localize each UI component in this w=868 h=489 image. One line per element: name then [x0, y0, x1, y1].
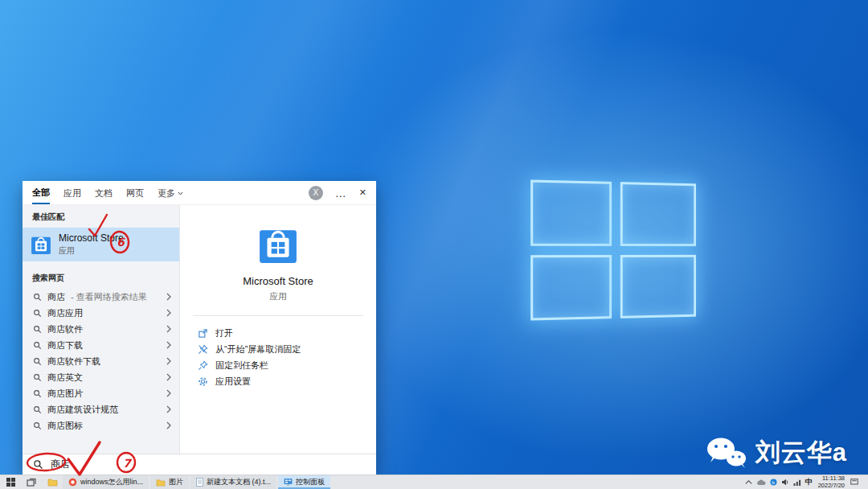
best-match-label: 最佳匹配 [23, 205, 179, 228]
open-icon [198, 328, 208, 339]
taskbar-app-textfile[interactable]: 新建文本文档 (4).t... [190, 475, 276, 489]
wechat-logo-icon [706, 436, 747, 470]
search-icon [33, 389, 42, 398]
taskbar-app-windows-doc[interactable]: windows怎么用lin... [63, 475, 149, 489]
task-view-button[interactable] [21, 475, 42, 489]
web-search-item[interactable]: 商店图片 [23, 385, 179, 401]
web-search-text: 商店应用 [47, 307, 83, 319]
onedrive-cloud-icon[interactable] [756, 479, 766, 486]
preview-pane: Microsoft Store 应用 打开 从“开始”屏幕取消固定 [180, 205, 376, 454]
web-search-text: 商店下载 [47, 339, 83, 351]
chevron-right-icon[interactable] [166, 325, 171, 333]
search-query-text: 商店 [51, 458, 70, 471]
chevron-right-icon[interactable] [166, 341, 171, 349]
more-options-button[interactable]: … [335, 187, 347, 199]
watermark: 刘云华a [706, 436, 847, 470]
taskbar-app-control-panel[interactable]: 控制面板 [278, 475, 330, 489]
web-search-item[interactable]: 商店英文 [23, 369, 179, 385]
web-search-text: 商店图标 [47, 420, 83, 432]
web-search-item[interactable]: 商店软件下载 [23, 353, 179, 369]
chevron-right-icon[interactable] [166, 421, 171, 429]
web-search-text: 商店软件下载 [47, 355, 100, 368]
preview-title: Microsoft Store [243, 275, 313, 287]
unpin-from-start-action[interactable]: 从“开始”屏幕取消固定 [198, 341, 358, 357]
app-settings-action[interactable]: 应用设置 [198, 373, 358, 389]
search-icon [33, 373, 42, 382]
search-header: 全部 应用 文档 网页 更多 X … ✕ [23, 181, 376, 205]
hidden-icons-chevron-icon[interactable] [745, 479, 752, 485]
taskbar-app-pictures[interactable]: 图片 [150, 475, 189, 489]
control-panel-icon [284, 478, 293, 487]
tab-documents[interactable]: 文档 [95, 181, 113, 204]
web-search-item[interactable]: 商店建筑设计规范 [23, 401, 179, 417]
unpin-icon [198, 344, 208, 355]
chevron-right-icon[interactable] [166, 357, 171, 365]
web-search-text: 商店建筑设计规范 [47, 404, 118, 416]
tab-more[interactable]: 更多 [158, 181, 183, 204]
web-search-text: 商店英文 [47, 372, 83, 384]
input-language-indicator[interactable]: 中 [805, 477, 813, 487]
start-button[interactable] [0, 475, 21, 489]
search-body: 最佳匹配 Microsoft Store 应用 [23, 205, 376, 454]
web-search-suffix: - 查看网络搜索结果 [71, 291, 147, 303]
search-header-buttons: X … ✕ [309, 186, 366, 200]
tab-apps[interactable]: 应用 [63, 181, 81, 204]
web-search-text: 商店 [47, 291, 65, 303]
web-search-text: 商店软件 [47, 323, 83, 335]
windows-logo [530, 180, 696, 321]
tab-web[interactable]: 网页 [126, 181, 144, 204]
file-explorer-button[interactable] [42, 475, 63, 489]
search-input[interactable]: 商店 [23, 454, 376, 475]
preview-actions: 打开 从“开始”屏幕取消固定 固定到任务栏 [180, 325, 376, 389]
clock-date: 2022/7/20 [818, 483, 845, 489]
microsoft-store-icon-large [258, 224, 298, 265]
search-icon [33, 293, 42, 302]
chevron-right-icon[interactable] [166, 373, 171, 381]
notepad-icon [196, 478, 203, 487]
search-web-section: 搜索网页 商店 - 查看网络搜索结果 [23, 266, 179, 434]
web-search-item[interactable]: 商店下载 [23, 337, 179, 353]
app-icon [68, 478, 77, 487]
microsoft-store-icon [31, 234, 51, 255]
taskbar: windows怎么用lin... 图片 新建文本文档 (4).t... 控制面板… [0, 475, 868, 489]
watermark-name: 刘云华a [755, 436, 847, 470]
web-search-item[interactable]: 商店应用 [23, 305, 179, 321]
chevron-right-icon[interactable] [166, 389, 171, 397]
web-search-item[interactable]: 商店图标 [23, 417, 179, 434]
open-action[interactable]: 打开 [198, 325, 358, 341]
folder-icon [156, 479, 166, 487]
gear-icon [198, 376, 208, 387]
web-search-item[interactable]: 商店 - 查看网络搜索结果 [23, 289, 179, 305]
network-icon[interactable] [793, 479, 801, 486]
search-icon [33, 325, 42, 334]
search-icon [33, 341, 42, 350]
preview-subtitle: 应用 [270, 291, 287, 302]
bluetooth-icon[interactable]: b [770, 479, 777, 486]
windows-logo-pane [620, 182, 696, 246]
preview-divider [193, 315, 363, 316]
action-center-icon[interactable] [850, 479, 858, 486]
best-match-item[interactable]: Microsoft Store 应用 [23, 228, 179, 261]
windows-logo-pane [620, 254, 696, 318]
system-tray: b 中 11:11:38 2022/7/20 [743, 475, 868, 489]
tab-all[interactable]: 全部 [32, 181, 50, 204]
web-search-item[interactable]: 商店软件 [23, 321, 179, 337]
chevron-right-icon[interactable] [166, 293, 171, 301]
chevron-down-icon [178, 191, 183, 195]
close-search-button[interactable]: ✕ [359, 187, 366, 198]
chevron-right-icon[interactable] [166, 309, 171, 317]
desktop: { "search_panel": { "tabs": { "all": "全部… [0, 0, 868, 489]
clear-search-button[interactable]: X [309, 186, 323, 200]
search-icon [33, 421, 42, 430]
pin-icon [198, 360, 208, 371]
taskbar-clock[interactable]: 11:11:38 2022/7/20 [817, 475, 846, 489]
chevron-right-icon[interactable] [166, 405, 171, 413]
best-match-subtitle: 应用 [59, 245, 124, 257]
web-search-list: 商店 - 查看网络搜索结果 商店应用 [23, 289, 179, 434]
windows-logo-pane [530, 180, 612, 246]
speaker-icon[interactable] [781, 479, 789, 486]
search-icon [33, 309, 42, 318]
search-flyout: 全部 应用 文档 网页 更多 X … ✕ 最佳匹配 [23, 181, 376, 475]
pin-to-taskbar-action[interactable]: 固定到任务栏 [198, 357, 358, 373]
web-search-text: 商店图片 [47, 388, 83, 400]
